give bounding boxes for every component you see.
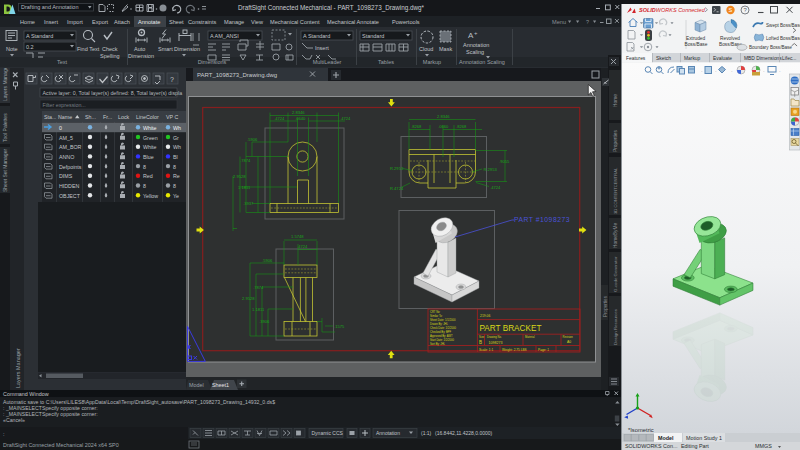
svg-text:*Isometric: *Isometric xyxy=(628,427,654,433)
svg-text:Home: Home xyxy=(613,94,618,107)
svg-text:3D CONTENTCENTRAL: 3D CONTENTCENTRAL xyxy=(613,167,618,214)
svg-text:Markup: Markup xyxy=(684,56,701,61)
svg-text:Size: Size xyxy=(479,335,485,339)
svg-text:Sketch: Sketch xyxy=(656,56,671,61)
svg-text:.7874: .7874 xyxy=(253,285,264,290)
svg-text:Drawn By: JHL: Drawn By: JHL xyxy=(430,322,448,326)
svg-text:Sort By: JHL: Sort By: JHL xyxy=(430,342,446,346)
svg-text:A Standard: A Standard xyxy=(303,33,330,39)
svg-text:MultiLeader: MultiLeader xyxy=(313,59,342,65)
svg-text:PART BRACKET: PART BRACKET xyxy=(480,324,542,333)
svg-text:Editing Part: Editing Part xyxy=(681,443,709,449)
svg-text:2.9528: 2.9528 xyxy=(242,296,255,301)
svg-text:Revolved: Revolved xyxy=(720,36,740,41)
svg-text:Annotation Scaling: Annotation Scaling xyxy=(459,59,505,65)
svg-text:(16.8442,11.4228,0.0000): (16.8442,11.4228,0.0000) xyxy=(435,430,493,436)
svg-text:0.2: 0.2 xyxy=(26,44,34,50)
svg-text:DraftSight Connected Mechanica: DraftSight Connected Mechanical 2024 x64… xyxy=(3,442,119,448)
svg-text:DraftSight Connected Mechanica: DraftSight Connected Mechanical - PART_1… xyxy=(238,4,425,12)
svg-text:Red: Red xyxy=(143,173,153,179)
svg-text:.4724: .4724 xyxy=(340,116,351,121)
svg-text:.0640: .0640 xyxy=(295,116,306,121)
svg-text:Ye: Ye xyxy=(173,193,179,199)
svg-text:?: ? xyxy=(586,19,589,25)
svg-text:Markup: Markup xyxy=(423,59,441,65)
svg-text:HIDDEN: HIDDEN xyxy=(59,183,79,189)
svg-text:Note: Note xyxy=(6,46,18,52)
svg-text:Gr: Gr xyxy=(173,135,179,141)
svg-text:Constraints: Constraints xyxy=(188,19,216,25)
svg-text:Sheet: Sheet xyxy=(169,19,184,25)
svg-text:Lofted Boss/Base: Lofted Boss/Base xyxy=(766,36,800,41)
svg-text:PART #1098273: PART #1098273 xyxy=(514,216,570,223)
svg-text:Revision: Revision xyxy=(563,335,574,339)
svg-text:+: + xyxy=(474,30,478,36)
svg-text:Design Resources: Design Resources xyxy=(613,308,618,345)
svg-text:.3906: .3906 xyxy=(259,319,270,324)
svg-text:SOLIDWORKS Con...: SOLIDWORKS Con... xyxy=(625,443,677,449)
svg-text:A0: A0 xyxy=(567,340,571,344)
svg-text:A Standard: A Standard xyxy=(26,33,53,39)
svg-text:Boundary Boss/Base: Boundary Boss/Base xyxy=(749,45,792,50)
svg-text:Mask: Mask xyxy=(439,46,452,52)
svg-text:R.2953: R.2953 xyxy=(390,166,404,171)
svg-text:.8268: .8268 xyxy=(411,124,422,129)
svg-text:Mechanical Annotate: Mechanical Annotate xyxy=(327,19,379,25)
svg-text:B: B xyxy=(479,340,482,345)
svg-text:.4724: .4724 xyxy=(274,116,285,121)
svg-text:Swept Boss/Base: Swept Boss/Base xyxy=(766,23,800,28)
svg-text:Manage: Manage xyxy=(224,19,244,25)
svg-text:Boss/Base: Boss/Base xyxy=(685,42,708,47)
svg-text:AM_BOR: AM_BOR xyxy=(59,144,82,150)
svg-text:DIMS: DIMS xyxy=(59,173,73,179)
svg-text:Start Date: 1/2/2000: Start Date: 1/2/2000 xyxy=(430,338,455,342)
svg-text:8: 8 xyxy=(173,164,176,170)
svg-text:8: 8 xyxy=(173,183,176,189)
svg-text:View: View xyxy=(251,19,264,25)
svg-text:Features: Features xyxy=(626,56,646,61)
svg-text:1.1811: 1.1811 xyxy=(252,307,265,312)
svg-text:Tables: Tables xyxy=(378,59,394,65)
svg-text:219.06: 219.06 xyxy=(480,314,490,318)
svg-text:2.9528: 2.9528 xyxy=(233,174,246,179)
svg-text:Drafting and Annotation: Drafting and Annotation xyxy=(21,4,79,10)
svg-text:Yellow: Yellow xyxy=(143,193,158,199)
svg-text:Checked By: BPF: Checked By: BPF xyxy=(430,330,452,334)
svg-text:Model: Model xyxy=(189,382,204,388)
svg-text:Attach: Attach xyxy=(114,19,130,25)
svg-text:Smart: Smart xyxy=(158,46,173,52)
svg-text:R.2953: R.2953 xyxy=(484,167,498,172)
svg-text:Scaling: Scaling xyxy=(466,49,484,55)
svg-text:OBJECT: OBJECT xyxy=(59,193,81,199)
svg-text:«Cancel»: «Cancel» xyxy=(3,417,25,423)
svg-text:.4724: .4724 xyxy=(297,244,308,249)
svg-text:Auto: Auto xyxy=(134,46,145,52)
svg-text:.9055: .9055 xyxy=(499,159,510,164)
svg-text:(1:1): (1:1) xyxy=(421,430,432,436)
svg-text:Command Window: Command Window xyxy=(3,391,49,397)
svg-text:1098273: 1098273 xyxy=(489,341,503,345)
svg-text:MMGS: MMGS xyxy=(755,443,772,449)
svg-text:A AM_ANSI: A AM_ANSI xyxy=(210,33,239,39)
svg-text:Re: Re xyxy=(173,173,180,179)
svg-text:Text: Text xyxy=(57,59,68,65)
svg-text:8: 8 xyxy=(143,183,146,189)
svg-text:Evaluate: Evaluate xyxy=(713,56,732,61)
svg-text:Similar To:: Similar To: xyxy=(430,314,443,318)
svg-text:.5906: .5906 xyxy=(262,258,273,263)
svg-text:White: White xyxy=(143,144,157,150)
svg-text:Standard: Standard xyxy=(362,33,384,39)
svg-text:Home: Home xyxy=(20,19,35,25)
svg-text:Material: Material xyxy=(525,335,535,339)
svg-text:Dimension: Dimension xyxy=(128,53,154,59)
svg-text:2.8346: 2.8346 xyxy=(437,114,450,119)
svg-text:Annotation: Annotation xyxy=(376,430,400,436)
svg-text:Spelling: Spelling xyxy=(100,53,120,59)
svg-text:G-code Generator: G-code Generator xyxy=(613,256,618,292)
svg-text:.5906: .5906 xyxy=(247,137,258,142)
svg-text:Check: Check xyxy=(102,46,118,52)
svg-text:Scale: 1:1: Scale: 1:1 xyxy=(479,348,493,352)
svg-text:.1575: .1575 xyxy=(334,324,345,329)
svg-text:Dimensions: Dimensions xyxy=(198,59,227,65)
svg-text:8: 8 xyxy=(143,164,146,170)
